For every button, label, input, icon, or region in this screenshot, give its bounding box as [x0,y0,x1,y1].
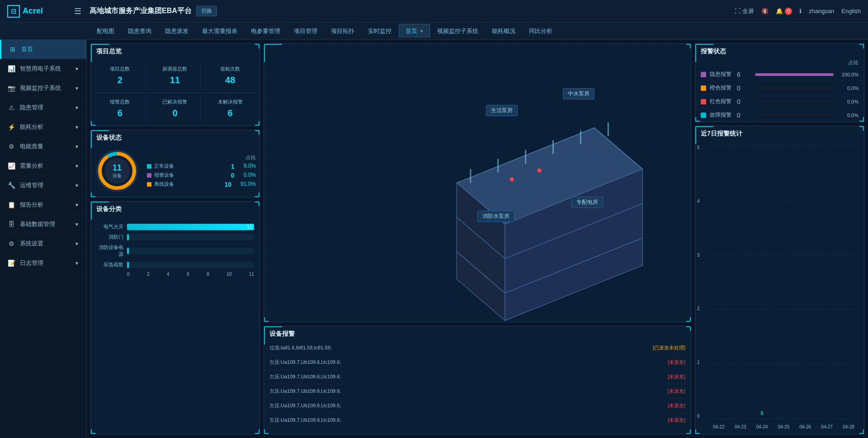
device-status-card: 设备状态 [90,130,260,198]
sidebar-item-yunweiguanli[interactable]: 🔧运维管理▼ [0,176,86,195]
alarm-2[interactable]: 欠压:Ua109.7,Ub109.6,Uc109.6; [未派发] [264,355,691,370]
sidebar-label-jichushuju: 基础数据管理 [20,220,55,228]
page-content: 项目总览 项目总数 2 探测器总数 11 巡检次数 48 [87,40,868,438]
alert-hidden-pct: 100.0% [838,72,859,77]
alert-fault-count: 0 [737,112,750,119]
sidebar-item-yinchanguanli[interactable]: ⚠隐患管理▼ [0,98,86,118]
nav-tab-nenghao[interactable]: 能耗概况 [486,24,522,38]
sidebar-icon-diannengzl: ⚙ [7,143,15,150]
x-lbl-0426: 04-26 [800,424,811,429]
nav-tab-yinchanpafa[interactable]: 隐患派发 [159,24,195,38]
nav-tab-shishi[interactable]: 实时监控 [362,24,398,38]
sidebar-item-shouye[interactable]: ⊞首页 [0,40,86,59]
nav-tab-maxdemand[interactable]: 最大需量报表 [196,24,244,38]
nav-tab-diancan[interactable]: 电参量管理 [245,24,287,38]
sidebar-icon-yinchanguanli: ⚠ [7,104,15,111]
alarm-4[interactable]: 欠压:Ua109.7,Ub109.6,Uc109.6; [未派发] [264,384,691,399]
alarm-status-1: [已派发未处理] [653,344,685,351]
alarm-status-4: [未派发] [668,388,685,395]
project-overview-card: 项目总览 项目总数 2 探测器总数 11 巡检次数 48 [90,43,260,126]
stat-item-projects: 项目总数 2 [94,62,146,89]
sidebar-item-jichushuju[interactable]: 🗄基础数据管理▼ [0,215,86,234]
help-icon: ℹ [799,8,802,14]
sidebar-icon-xuliangfx: 📈 [7,162,15,170]
stat-value-total-alarms: 6 [96,108,144,118]
hbar-emergency-track [127,262,254,268]
project-stats-2: 报警总数 6 已解决报警 0 未解决报警 6 [91,93,259,126]
nav-tab-tuozhan[interactable]: 项目拓扑 [325,24,361,38]
alarm-3[interactable]: 欠压:Ua109.7,Ub109.6,Uc109.6; [未派发] [264,370,691,384]
stat-item-detectors: 探测器总数 11 [150,62,201,89]
alert-fault-bar-wrap [755,114,834,117]
sidebar-item-baogaofx[interactable]: 📋报告分析▼ [0,195,86,215]
fullscreen-icon: ⛶ [735,8,741,14]
legend-header: 占比 [147,154,256,161]
sidebar-icon-rizhi: 📝 [7,259,15,267]
title-area: 高地城市服务产业集团EBA平台 切换 [90,6,217,16]
main-title: 高地城市服务产业集团EBA平台 [90,6,192,16]
nav-tab-xiangmu[interactable]: 项目管理 [288,24,324,38]
sidebar-arrow-baogaofx: ▼ [75,203,79,207]
sidebar-icon-yunweiguanli: 🔧 [7,182,15,189]
sidebar-item-rizhi[interactable]: 📝日志管理▼ [0,254,86,273]
sidebar-arrow-nenghao_s: ▼ [75,125,79,130]
device-alarm-card: 设备报警 过流:Ia81.6,Ib81.59,Ic81.59; [已派发未处理]… [264,326,691,434]
hbar-fire-door-fill [127,234,129,240]
alert-red-bar-wrap [755,100,834,103]
alert-orange: 橙色报警 0 0.0% [695,81,864,95]
alarm-1[interactable]: 过流:Ia81.6,Ib81.59,Ic81.59; [已派发未处理] [264,341,691,355]
legend-alarm-count: 0 [231,172,235,179]
x-lbl-0427: 04-27 [821,424,833,429]
hamburger-button[interactable]: ☰ [71,5,85,18]
mute-button[interactable]: 🔇 [761,8,769,14]
alert-hidden: 隐患报警 6 100.0% [695,68,864,81]
nav-tab-yinchanchaxun[interactable]: 隐患查询 [122,24,158,38]
stat-value-unresolved: 6 [206,108,254,118]
nav-tab-shouye[interactable]: 首页× [399,24,430,38]
alarm-text-3: 欠压:Ua109.7,Ub109.6,Uc109.6; [269,373,341,380]
help-button[interactable]: ℹ [799,8,802,14]
project-overview-title: 项目总览 [91,44,259,58]
alarm-status-5: [未派发] [668,402,685,409]
alert-red-label: 红色报警 [710,98,731,105]
sidebar-icon-xitongshezhi: ⚙ [7,240,15,247]
alert-fault: 故障报警 0 0.0% [695,108,864,122]
sidebar-arrow-xuliangfx: ▼ [75,164,79,169]
alert-chart-title: 近7日报警统计 [695,126,864,141]
sidebar-item-xuliangfx[interactable]: 📈需量分析▼ [0,156,86,176]
nav-tab-peitu[interactable]: 配电图 [90,24,121,38]
col-mid: 生活泵房 中水泵房 消防水泵房 专配电房 设备报警 过流:Ia81.6,Ib81… [264,43,691,434]
hbar-elec-label: 电气火灾 [96,223,123,230]
nav-tabs: 配电图隐患查询隐患派发最大需量报表电参量管理项目管理项目拓扑实时监控首页×视频监… [0,23,868,40]
alarm-6[interactable]: 欠压:Ua109.7,Ub109.6,Uc109.6; [未派发] [264,413,691,428]
alert-status-title: 报警状态 [695,44,864,58]
notification-button[interactable]: 🔔 0 [776,8,792,15]
legend-normal-pct: 9.0% [244,163,256,170]
device-alarm-title: 设备报警 [264,326,691,341]
sidebar-icon-zhihuiyongdian: 📊 [7,65,15,72]
hbar-emergency-label: 应急疏散 [96,261,123,268]
legend-offline-count: 10 [224,181,231,188]
switch-button[interactable]: 切换 [196,6,217,16]
alert-hidden-label: 隐患报警 [710,71,731,78]
fullscreen-button[interactable]: ⛶ 全屏 [735,7,754,15]
sidebar-icon-nenghao_s: ⚡ [7,123,15,131]
sidebar-item-zhihuiyongdian[interactable]: 📊智慧用电子系统▼ [0,59,86,79]
hbar-emergency: 应急疏散 [96,261,254,268]
sidebar-item-diannengzl[interactable]: ⚙电能质量▼ [0,137,86,156]
nav-tab-tongbi[interactable]: 同比分析 [523,24,559,38]
nav-tab-shipin[interactable]: 视频监控子系统 [431,24,485,38]
language-selector[interactable]: English [841,8,861,14]
stat-label-unresolved: 未解决报警 [206,99,254,105]
alert-hidden-bar [755,73,834,76]
stat-item-unresolved: 未解决报警 6 [204,95,256,122]
stat-item-inspections: 巡检次数 48 [204,62,256,89]
sidebar-item-nenghao_s[interactable]: ⚡能耗分析▼ [0,118,86,137]
tab-close-shouye[interactable]: × [420,28,423,34]
sidebar-item-xitongshezhi[interactable]: ⚙系统设置▼ [0,234,86,254]
alarm-5[interactable]: 欠压:Ua109.7,Ub109.6,Uc109.6; [未派发] [264,399,691,413]
y-label-0: 0 [697,414,700,419]
y-label-3: 3 [697,253,700,258]
sidebar-item-shipinjk[interactable]: 📷视频监控子系统▼ [0,79,86,98]
sidebar-label-diannengzl: 电能质量 [20,142,43,151]
